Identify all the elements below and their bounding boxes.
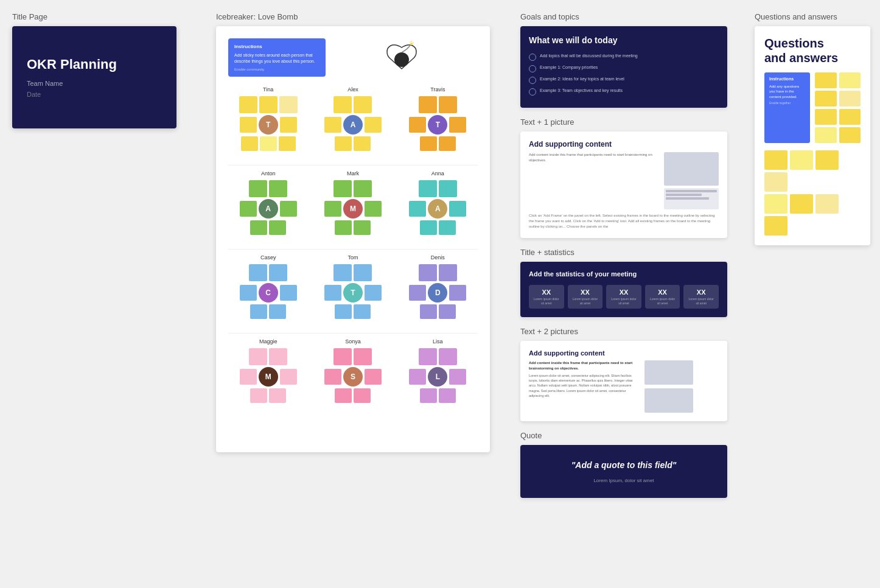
qa-sticky-5 bbox=[815, 109, 837, 125]
avatar-alex: A bbox=[343, 115, 363, 135]
title-slide[interactable]: OKR Planning Team Name Date bbox=[12, 26, 176, 128]
text-pic-slide-card[interactable]: Add supporting content Add content insid… bbox=[520, 131, 727, 238]
person-maggie-name: Maggie bbox=[259, 338, 278, 345]
avatar-casey: C bbox=[259, 283, 278, 303]
quote-slide-card[interactable]: "Add a quote to this field" Lorem Ipsum,… bbox=[520, 445, 727, 498]
person-casey: Casey C bbox=[228, 254, 308, 321]
text-2pic-label: Text + 2 pictures bbox=[520, 327, 727, 336]
anna-avatar-row: A bbox=[409, 199, 466, 219]
stat-box-4: XX Lorem ipsum dolor sit amet bbox=[645, 285, 680, 309]
icebreaker-section: Icebreaker: Love Bomb Instructions Add s… bbox=[216, 12, 490, 452]
qa-sticky-c1 bbox=[764, 194, 787, 214]
sticky bbox=[260, 136, 277, 151]
sticky bbox=[240, 369, 257, 385]
anna-stickies-1 bbox=[419, 180, 457, 197]
maggie-stickies-2 bbox=[250, 388, 286, 403]
qa-sticky-b3 bbox=[815, 150, 839, 170]
casey-avatar-row: C bbox=[240, 283, 297, 303]
person-names-row-2: Anton A bbox=[228, 170, 478, 237]
sticky bbox=[269, 264, 287, 281]
stats-slide: Add the statistics of your meeting XX Lo… bbox=[520, 262, 727, 317]
goals-title: What we will do today bbox=[529, 35, 719, 46]
sticky bbox=[280, 117, 297, 133]
sticky bbox=[279, 136, 296, 151]
avatar-mark: M bbox=[343, 199, 363, 219]
sticky bbox=[354, 264, 372, 281]
qa-sticky-6 bbox=[839, 109, 861, 125]
qa-instruction-box: Instructions Add any questions you have … bbox=[764, 72, 810, 143]
sticky bbox=[324, 369, 341, 385]
sticky bbox=[439, 180, 457, 197]
qa-title: Questionsand answers bbox=[764, 36, 861, 65]
quote-slide: "Add a quote to this field" Lorem Ipsum,… bbox=[520, 445, 727, 498]
goal-item-4: Example 3: Team objectives and key resul… bbox=[529, 88, 719, 96]
qa-sticky-c2 bbox=[790, 194, 813, 214]
sonya-stickies-1 bbox=[333, 348, 372, 365]
tina-stickies-1 bbox=[239, 96, 298, 113]
sticky bbox=[365, 369, 382, 385]
qa-sticky-2 bbox=[839, 72, 861, 88]
qa-sticky-c3 bbox=[815, 194, 839, 214]
goals-slide-card[interactable]: What we will do today Add topics that wi… bbox=[520, 26, 727, 108]
sticky bbox=[280, 285, 297, 301]
person-group-4: Maggie M bbox=[228, 338, 478, 405]
stat-value-4: XX bbox=[649, 289, 677, 296]
goals-slide: What we will do today Add topics that wi… bbox=[520, 26, 727, 108]
stat-label-3: Lorem ipsum dolor sit amet bbox=[610, 297, 638, 305]
stat-box-1: XX Lorem ipsum dolor sit amet bbox=[529, 285, 564, 309]
table-preview bbox=[664, 188, 719, 209]
text-pic-instructions: Click on 'Add Frame' on the panel on the… bbox=[529, 213, 719, 229]
title-slide-heading: OKR Planning bbox=[27, 57, 162, 72]
icebreaker-slide[interactable]: Instructions Add sticky notes around eac… bbox=[216, 26, 490, 452]
mark-stickies-2 bbox=[335, 220, 371, 235]
sticky bbox=[280, 201, 297, 217]
avatar-sonya: S bbox=[343, 367, 363, 387]
stat-box-3: XX Lorem ipsum dolor sit amet bbox=[606, 285, 641, 309]
sticky bbox=[249, 348, 267, 365]
sticky bbox=[449, 117, 466, 133]
sticky bbox=[333, 96, 352, 113]
text-pic-layout: Add content inside this frame that parti… bbox=[529, 152, 719, 209]
person-names-row-3: Casey C bbox=[228, 254, 478, 321]
stats-slide-card[interactable]: Add the statistics of your meeting XX Lo… bbox=[520, 262, 727, 317]
maggie-avatar-row: M bbox=[240, 367, 297, 387]
tom-stickies-2 bbox=[335, 304, 371, 319]
qa-sticky-8 bbox=[839, 127, 861, 143]
goal-item-2: Example 1: Company priorities bbox=[529, 65, 719, 72]
table-row-preview bbox=[666, 194, 702, 196]
sticky bbox=[240, 285, 257, 301]
text-2pic-title: Add supporting content bbox=[529, 349, 719, 357]
goal-icon-4 bbox=[529, 88, 536, 96]
qa-slide[interactable]: Questionsand answers Instructions Add an… bbox=[755, 26, 870, 245]
sticky bbox=[409, 285, 426, 301]
sticky bbox=[420, 220, 437, 235]
stats-label: Title + statistics bbox=[520, 248, 727, 257]
icebreaker-inst-subtext: Enable community bbox=[234, 67, 320, 72]
denis-stickies-1 bbox=[419, 264, 457, 281]
divider-3 bbox=[228, 333, 478, 334]
sticky bbox=[259, 96, 278, 113]
icebreaker-inst-text: Add sticky notes around each person that… bbox=[234, 52, 320, 65]
person-maggie: Maggie M bbox=[228, 338, 308, 405]
anton-stickies-1 bbox=[249, 180, 287, 197]
canvas: Title Page OKR Planning Team Name Date I… bbox=[0, 0, 880, 588]
sticky bbox=[249, 264, 267, 281]
sticky bbox=[335, 136, 352, 151]
image-placeholder-1 bbox=[644, 360, 693, 385]
stats-row: XX Lorem ipsum dolor sit amet XX Lorem i… bbox=[529, 285, 719, 309]
text-2pic-right bbox=[644, 360, 719, 413]
person-anton-name: Anton bbox=[261, 170, 276, 177]
text-2pic-slide-card[interactable]: Add supporting content Add content insid… bbox=[520, 341, 727, 421]
goal-icon-3 bbox=[529, 77, 536, 84]
sticky bbox=[354, 96, 372, 113]
sticky bbox=[439, 264, 457, 281]
divider-1 bbox=[228, 165, 478, 166]
qa-sticky-b1 bbox=[764, 150, 787, 170]
sticky bbox=[335, 388, 352, 403]
qa-inst-subtext: Enable together bbox=[769, 101, 805, 105]
stat-label-2: Lorem ipsum dolor sit amet bbox=[571, 297, 599, 305]
text-pic-desc: Add content inside this frame that parti… bbox=[529, 152, 659, 163]
denis-avatar-row: D bbox=[409, 283, 466, 303]
sticky bbox=[324, 285, 341, 301]
travis-avatar-row: T bbox=[409, 115, 466, 135]
